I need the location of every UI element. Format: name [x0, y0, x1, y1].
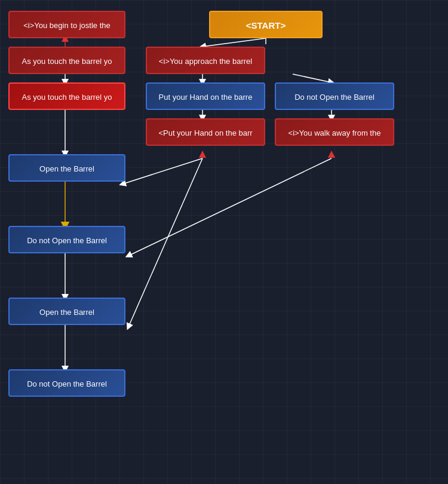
dont-open-barrel-2[interactable]: Do not Open the Barrel	[8, 369, 125, 397]
approach-node[interactable]: <i>You approach the barrel	[146, 47, 265, 74]
open-barrel-2[interactable]: Open the Barrel	[8, 298, 125, 325]
svg-marker-18	[328, 151, 335, 158]
story-node-2[interactable]: As you touch the barrel yo	[8, 47, 125, 74]
put-hand-story[interactable]: <Put your Hand on the barr	[146, 118, 265, 146]
story-node-1[interactable]: <i>You begin to jostle the	[8, 11, 125, 38]
svg-line-8	[293, 74, 332, 82]
svg-marker-17	[199, 151, 206, 158]
put-hand-choice[interactable]: Put your Hand on the barre	[146, 82, 265, 110]
svg-line-21	[128, 158, 202, 327]
start-node[interactable]: <START>	[209, 11, 323, 38]
svg-line-19	[122, 158, 202, 184]
svg-line-5	[202, 38, 266, 47]
walk-away-story[interactable]: <i>You walk away from the	[275, 118, 394, 146]
dont-open-barrel-1[interactable]: Do not Open the Barrel	[8, 226, 125, 253]
story-node-3[interactable]: As you touch the barrel yo	[8, 82, 125, 110]
open-barrel-1[interactable]: Open the Barrel	[8, 154, 125, 182]
dont-open-choice[interactable]: Do not Open the Barrel	[275, 82, 394, 110]
svg-line-20	[128, 158, 332, 256]
